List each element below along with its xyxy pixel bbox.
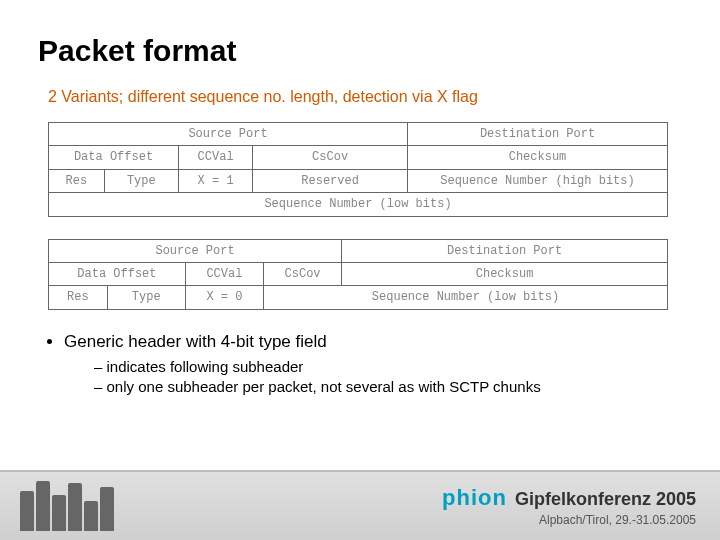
sub-bullet-one-subheader: only one subheader per packet, not sever… — [94, 378, 682, 395]
cell-data-offset: Data Offset — [49, 146, 179, 169]
cell-dest-port-2: Destination Port — [342, 239, 668, 262]
bullet-generic-header: Generic header with 4-bit type field — [64, 332, 682, 352]
cell-reserved: Reserved — [253, 169, 408, 192]
cell-source-port: Source Port — [49, 123, 408, 146]
hiker-silhouette-icon — [52, 495, 66, 531]
cell-ccval-2: CCVal — [185, 262, 263, 285]
cell-seq-low-2: Sequence Number (low bits) — [263, 286, 667, 309]
cell-xflag-1: X = 1 — [178, 169, 252, 192]
cell-cscov-2: CsCov — [263, 262, 341, 285]
cell-dest-port: Destination Port — [407, 123, 667, 146]
cell-xflag-0: X = 0 — [185, 286, 263, 309]
variant-subtitle: 2 Variants; different sequence no. lengt… — [48, 88, 682, 106]
footer-bar: phion Gipfelkonferenz 2005 Alpbach/Tirol… — [0, 470, 720, 540]
cell-data-offset-2: Data Offset — [49, 262, 186, 285]
packet-variant-2: Source Port Destination Port Data Offset… — [48, 239, 668, 310]
cell-type: Type — [104, 169, 178, 192]
mountain-silhouette-icon — [20, 491, 34, 531]
cell-cscov: CsCov — [253, 146, 408, 169]
cell-seq-high: Sequence Number (high bits) — [407, 169, 667, 192]
page-title: Packet format — [38, 34, 682, 68]
hiker-silhouette-icon — [36, 481, 50, 531]
footer-branding: phion Gipfelkonferenz 2005 Alpbach/Tirol… — [442, 485, 720, 527]
hiker-silhouette-icon — [100, 487, 114, 531]
cell-res-2: Res — [49, 286, 108, 309]
cell-type-2: Type — [107, 286, 185, 309]
cell-seq-low-1: Sequence Number (low bits) — [49, 193, 668, 216]
packet-variant-1: Source Port Destination Port Data Offset… — [48, 122, 668, 217]
cell-res: Res — [49, 169, 105, 192]
cell-checksum: Checksum — [407, 146, 667, 169]
cell-source-port-2: Source Port — [49, 239, 342, 262]
hiker-silhouette-icon — [68, 483, 82, 531]
cell-checksum-2: Checksum — [342, 262, 668, 285]
brand-event: Gipfelkonferenz 2005 — [515, 489, 696, 510]
bullet-block: Generic header with 4-bit type field ind… — [44, 332, 682, 395]
cell-ccval: CCVal — [178, 146, 252, 169]
hiker-silhouette-icon — [84, 501, 98, 531]
brand-location-date: Alpbach/Tirol, 29.-31.05.2005 — [442, 513, 696, 527]
footer-illustration — [0, 481, 114, 531]
sub-bullet-indicates: indicates following subheader — [94, 358, 682, 375]
brand-name: phion — [442, 485, 507, 511]
